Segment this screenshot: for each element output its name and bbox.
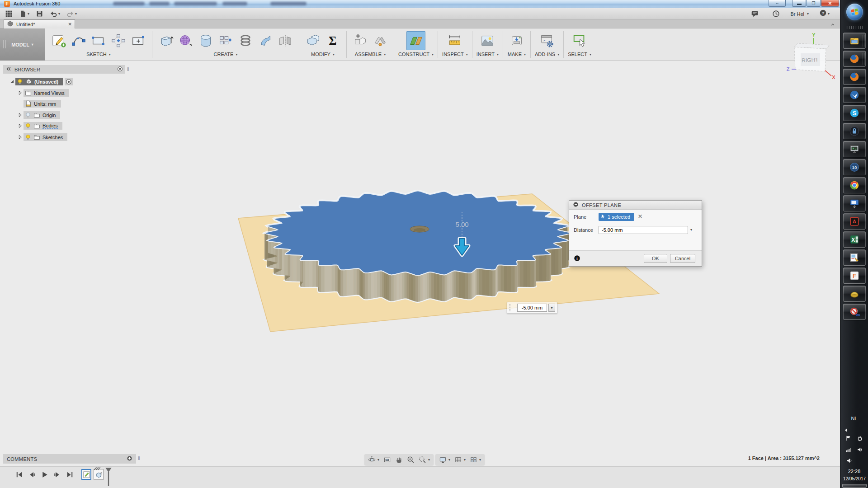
- document-tab[interactable]: Untitled* ✕: [4, 19, 75, 28]
- spline-tool[interactable]: [69, 31, 88, 50]
- action-center-icon[interactable]: [845, 435, 852, 441]
- taskbar-image-editor-button[interactable]: [843, 249, 866, 266]
- volume-mini-icon[interactable]: [857, 446, 863, 453]
- taskbar-fusion-360-button[interactable]: F: [843, 267, 866, 284]
- distance-input[interactable]: -5.00 mm: [599, 226, 688, 234]
- grid-display-button[interactable]: ▾: [454, 456, 466, 464]
- add-comment-icon[interactable]: [127, 455, 132, 462]
- language-indicator[interactable]: NL: [840, 416, 868, 421]
- go-to-start-button[interactable]: [15, 471, 23, 479]
- help-menu[interactable]: ?▾: [816, 8, 833, 19]
- show-desktop-button[interactable]: [842, 484, 867, 488]
- project-include-tool[interactable]: [129, 31, 148, 50]
- two-point-rectangle-tool[interactable]: [89, 31, 108, 50]
- panel-dot-icon[interactable]: [117, 66, 123, 73]
- activate-radio-icon[interactable]: [66, 79, 72, 85]
- ok-button[interactable]: OK: [644, 254, 667, 263]
- volume-icon[interactable]: [846, 457, 853, 466]
- taskbar-lock-tool-button[interactable]: [843, 123, 866, 139]
- feedback-icon[interactable]: [748, 8, 762, 19]
- offset-distance-dropdown-icon[interactable]: ▾: [548, 304, 555, 312]
- rectangular-pattern-tool[interactable]: [216, 31, 235, 50]
- browser-node-origin[interactable]: Origin: [16, 111, 60, 119]
- zoom-button[interactable]: [407, 456, 415, 464]
- orbit-button[interactable]: ▾: [368, 456, 379, 464]
- workspace-switcher[interactable]: MODEL ▾: [0, 28, 45, 61]
- show-hidden-icons[interactable]: [843, 427, 849, 435]
- window-restore-button[interactable]: ❐: [807, 0, 821, 7]
- info-icon[interactable]: i: [574, 255, 580, 263]
- comments-panel-header[interactable]: COMMENTS: [3, 454, 136, 464]
- create-form-tool[interactable]: [176, 31, 195, 50]
- scripts-add-ins-tool[interactable]: >-: [538, 31, 557, 50]
- ribbon-group-label[interactable]: ADD-INS▾: [535, 52, 559, 57]
- expander-icon[interactable]: [17, 112, 23, 118]
- view-cube[interactable]: RIGHTYXZ: [784, 33, 841, 81]
- dialog-collapse-icon[interactable]: [573, 202, 579, 207]
- visibility-bulb-icon[interactable]: [25, 123, 31, 129]
- undo-button[interactable]: ▾: [47, 8, 63, 19]
- change-parameters-tool[interactable]: Σ: [323, 31, 342, 50]
- browser-panel-header[interactable]: BROWSER: [3, 65, 125, 74]
- offset-distance-input[interactable]: -5.00 mm: [517, 304, 547, 312]
- window-minimize-button[interactable]: [792, 0, 806, 7]
- play-button[interactable]: [41, 471, 48, 479]
- dialog-header[interactable]: OFFSET PLANE: [569, 201, 702, 210]
- notifications-clock-icon[interactable]: [769, 8, 783, 19]
- viewcube-face-label[interactable]: RIGHT: [802, 56, 819, 63]
- browser-panel-grip[interactable]: ‖: [127, 66, 129, 72]
- add-comment-icon[interactable]: [127, 455, 132, 461]
- ribbon-group-label[interactable]: SELECT▾: [568, 52, 591, 57]
- chevron-up-icon[interactable]: [830, 22, 835, 28]
- clock-date[interactable]: 12/05/2017: [838, 476, 868, 481]
- taskbar-remote-desktop-button[interactable]: [843, 141, 866, 157]
- window-close-button[interactable]: ✕: [821, 0, 839, 7]
- ribbon-group-label[interactable]: MODIFY▾: [311, 52, 335, 57]
- redo-button[interactable]: ▾: [63, 8, 80, 19]
- collapse-panel-icon[interactable]: [5, 66, 11, 72]
- circular-pattern-tool[interactable]: [109, 31, 128, 50]
- distance-dropdown-icon[interactable]: ▾: [690, 228, 692, 232]
- panel-dot-icon[interactable]: [117, 66, 123, 72]
- step-forward-button[interactable]: [53, 471, 61, 479]
- go-to-end-button[interactable]: [66, 471, 74, 479]
- joint-tool[interactable]: [371, 31, 390, 50]
- expander-icon[interactable]: [17, 134, 23, 140]
- ribbon-group-label[interactable]: CREATE▾: [214, 52, 238, 57]
- measure-tool[interactable]: [445, 31, 464, 50]
- ribbon-group-label[interactable]: SKETCH▾: [86, 52, 111, 57]
- select-tool[interactable]: [570, 31, 589, 50]
- browser-node-named-views[interactable]: Named Views: [16, 89, 69, 97]
- tab-close-icon[interactable]: ✕: [68, 22, 72, 27]
- taskbar-presentation-button[interactable]: [843, 195, 866, 211]
- taskbar-blocker-button[interactable]: 00: [843, 304, 866, 320]
- taskbar-excel-button[interactable]: X: [843, 231, 866, 248]
- network-status-icon[interactable]: [845, 446, 852, 453]
- power-status-icon[interactable]: [857, 435, 863, 441]
- expander-icon[interactable]: [17, 90, 23, 96]
- display-settings-button[interactable]: ▾: [439, 456, 450, 464]
- taskbar-windows-explorer-button[interactable]: [843, 33, 866, 49]
- visibility-bulb-icon[interactable]: [17, 79, 23, 85]
- comments-panel-grip[interactable]: ‖: [138, 455, 140, 461]
- offset-plane-tool[interactable]: [406, 31, 425, 50]
- browser-node-sketches[interactable]: Sketches: [16, 133, 67, 141]
- taskbar-grip[interactable]: [846, 26, 864, 29]
- new-component-tool[interactable]: [351, 31, 370, 50]
- expander-icon[interactable]: [17, 123, 23, 129]
- dialog-collapse-icon[interactable]: [573, 202, 579, 208]
- taskbar-chrome-button[interactable]: [843, 177, 866, 193]
- look-at-button[interactable]: [383, 456, 391, 464]
- visibility-bulb-icon[interactable]: [25, 134, 31, 141]
- timeline-position-marker[interactable]: [105, 467, 112, 488]
- press-pull-tool[interactable]: [303, 31, 322, 50]
- coil-tool[interactable]: [236, 31, 255, 50]
- visibility-bulb-icon[interactable]: [25, 112, 31, 118]
- window-resize-toggle-button[interactable]: ⇔: [769, 0, 786, 7]
- cancel-button[interactable]: Cancel: [670, 254, 695, 263]
- save-button[interactable]: [33, 8, 47, 19]
- boundary-fill-tool[interactable]: [256, 31, 275, 50]
- browser-node-units-mm[interactable]: Units: mm: [16, 100, 61, 108]
- ribbon-group-label[interactable]: MAKE▾: [508, 52, 526, 57]
- step-back-button[interactable]: [28, 471, 36, 479]
